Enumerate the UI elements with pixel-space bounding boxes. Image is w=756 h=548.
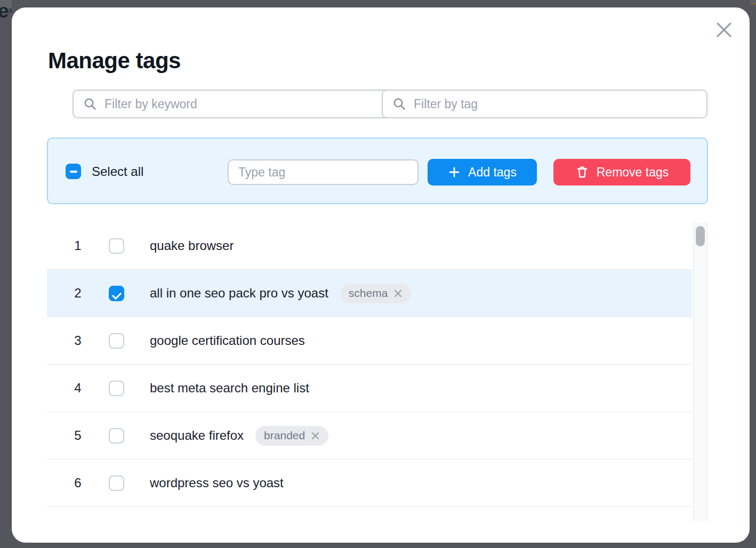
- row-checkbox[interactable]: [109, 333, 124, 349]
- close-icon: [714, 20, 734, 40]
- type-tag-box: [228, 159, 419, 185]
- search-icon: [392, 97, 406, 111]
- keyword-label: seoquake firefox: [150, 428, 244, 443]
- keyword-list: 1 quake browser 2 all in one seo pack pr…: [47, 222, 692, 507]
- keyword-label: quake browser: [150, 238, 234, 253]
- remove-tags-label: Remove tags: [597, 165, 669, 180]
- remove-tag-icon[interactable]: [311, 431, 320, 440]
- trash-icon: [575, 165, 589, 179]
- row-checkbox[interactable]: [109, 428, 124, 444]
- list-scrollbar-thumb[interactable]: [696, 226, 705, 246]
- add-tags-button[interactable]: Add tags: [428, 159, 537, 186]
- filter-tag-box: [382, 90, 707, 118]
- modal-overlay: ol S u e Manage tags: [0, 0, 756, 548]
- row-checkbox[interactable]: [109, 476, 124, 491]
- table-row[interactable]: 3 google certification courses: [47, 317, 692, 365]
- filter-keyword-box: [73, 90, 398, 118]
- background-divider: [750, 0, 756, 3]
- row-number: 1: [47, 238, 109, 253]
- plus-icon: [448, 166, 461, 179]
- keyword-label: google certification courses: [150, 333, 305, 348]
- filter-tag-input[interactable]: [406, 91, 706, 117]
- tag-pill: schema: [340, 284, 412, 303]
- row-number: 2: [47, 286, 109, 301]
- close-button[interactable]: [711, 17, 737, 43]
- select-all-label: Select all: [92, 164, 143, 179]
- page-title: Manage tags: [48, 48, 181, 74]
- table-row[interactable]: 1 quake browser: [47, 222, 692, 270]
- tag-label: branded: [264, 429, 305, 442]
- row-checkbox[interactable]: [109, 381, 124, 396]
- row-number: 6: [47, 476, 109, 490]
- list-scrollbar-track[interactable]: [693, 222, 707, 521]
- search-icon: [83, 97, 97, 111]
- remove-tag-icon[interactable]: [393, 289, 403, 298]
- indeterminate-minus-icon: [70, 171, 77, 173]
- keyword-label: wordpress seo vs yoast: [150, 476, 284, 490]
- keyword-label: best meta search engine list: [150, 381, 309, 396]
- table-row[interactable]: 4 best meta search engine list: [47, 365, 692, 412]
- row-checkbox[interactable]: [109, 286, 124, 301]
- table-row[interactable]: 2 all in one seo pack pro vs yoast schem…: [47, 270, 692, 317]
- bulk-actions-toolbar: Select all Add tags Remove tags: [47, 138, 708, 204]
- row-checkbox[interactable]: [109, 238, 124, 254]
- select-all-checkbox[interactable]: [66, 164, 81, 179]
- filter-keyword-input[interactable]: [97, 91, 397, 117]
- background-bold-text: e: [0, 0, 11, 21]
- manage-tags-modal: Manage tags Select all: [12, 7, 750, 543]
- row-number: 5: [47, 428, 109, 443]
- row-number: 4: [47, 381, 109, 396]
- tag-pill: branded: [255, 426, 328, 446]
- add-tags-label: Add tags: [468, 165, 517, 180]
- remove-tags-button[interactable]: Remove tags: [553, 159, 690, 186]
- type-tag-input[interactable]: [229, 160, 417, 184]
- tag-label: schema: [349, 287, 388, 300]
- table-row[interactable]: 6 wordpress seo vs yoast: [47, 460, 692, 507]
- table-row[interactable]: 5 seoquake firefox branded: [47, 412, 692, 460]
- row-number: 3: [47, 333, 109, 348]
- keyword-label: all in one seo pack pro vs yoast: [150, 286, 328, 301]
